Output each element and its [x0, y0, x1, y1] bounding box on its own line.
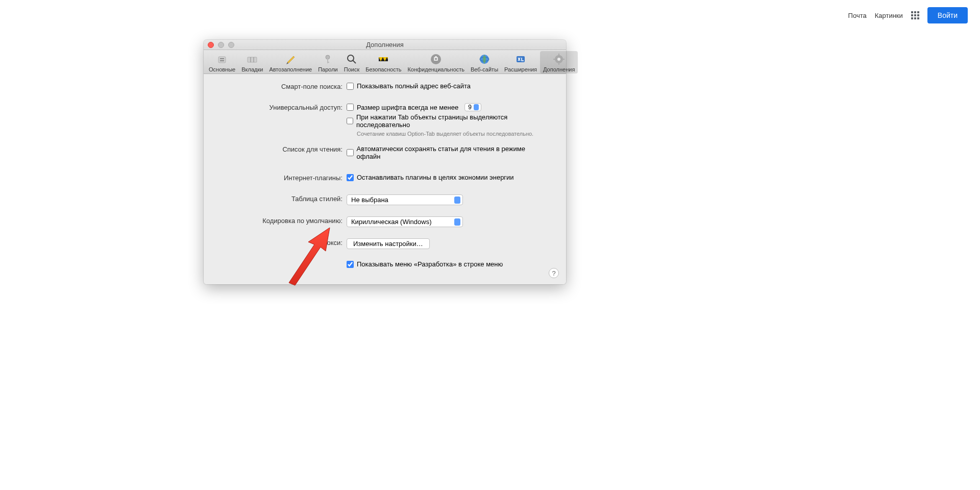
checkbox-reading-offline[interactable]	[347, 149, 354, 156]
content-pane: Смарт-поле поиска: Показывать полный адр…	[204, 74, 566, 284]
label-full-address: Показывать полный адрес веб-сайта	[357, 82, 471, 90]
pencil-icon	[284, 53, 297, 65]
svg-point-12	[431, 54, 441, 64]
readinglist-label: Список для чтения:	[224, 145, 347, 153]
tab-advanced[interactable]: Дополнения	[540, 51, 578, 74]
svg-point-6	[326, 55, 330, 59]
search-icon	[346, 53, 358, 65]
top-nav: Почта Картинки Войти	[836, 0, 980, 31]
checkbox-min-font[interactable]	[347, 104, 354, 111]
smartsearch-label: Смарт-поле поиска:	[224, 82, 347, 90]
tab-help-text: Сочетание клавиш Option-Tab выделяет объ…	[357, 131, 541, 137]
window-title: Дополнения	[366, 41, 404, 48]
preferences-window: Дополнения Основные Вкладки Автозаполнен…	[204, 40, 566, 284]
hazard-icon	[377, 53, 389, 65]
svg-point-17	[557, 58, 560, 61]
label-min-font: Размер шрифта всегда не менее	[357, 104, 458, 111]
proxies-label: Прокси:	[224, 238, 347, 247]
change-proxy-button[interactable]: Изменить настройки…	[347, 238, 430, 249]
minimize-icon[interactable]	[218, 42, 224, 48]
help-button[interactable]: ?	[549, 268, 559, 278]
tab-security[interactable]: Безопасность	[362, 51, 404, 74]
svg-rect-21	[562, 59, 565, 60]
tab-passwords[interactable]: Пароли	[315, 51, 341, 74]
checkbox-stop-plugins[interactable]	[347, 174, 354, 181]
tab-tabs[interactable]: Вкладки	[238, 51, 266, 74]
encoding-label: Кодировка по умолчанию:	[224, 216, 347, 225]
fontsize-select[interactable]: 9	[464, 103, 481, 111]
svg-line-10	[353, 60, 356, 63]
checkbox-develop-menu[interactable]	[347, 261, 354, 268]
signin-button[interactable]: Войти	[927, 7, 968, 23]
traffic-lights	[208, 42, 234, 48]
checkbox-full-address[interactable]	[347, 83, 354, 90]
apps-grid-icon[interactable]	[911, 11, 919, 19]
encoding-select[interactable]: Кириллическая (Windows)	[347, 216, 463, 227]
stylesheet-select[interactable]: Не выбрана	[347, 194, 463, 205]
svg-rect-20	[553, 59, 555, 60]
svg-rect-2	[220, 60, 224, 61]
svg-rect-15	[517, 56, 525, 62]
globe-icon	[478, 53, 491, 65]
zoom-icon[interactable]	[228, 42, 234, 48]
mail-link[interactable]: Почта	[848, 12, 867, 19]
checkbox-tab-highlight[interactable]	[347, 117, 353, 125]
svg-rect-19	[558, 63, 559, 65]
key-icon	[322, 53, 334, 65]
gear-icon	[553, 53, 565, 65]
tab-extensions[interactable]: Расширения	[501, 51, 540, 74]
tab-privacy[interactable]: Конфиденциальность	[404, 51, 468, 74]
tab-search[interactable]: Поиск	[341, 51, 362, 74]
tab-general[interactable]: Основные	[206, 51, 238, 74]
images-link[interactable]: Картинки	[875, 12, 903, 19]
label-tab-highlight: При нажатии Tab объекты страницы выделяю…	[356, 113, 546, 129]
tab-autofill[interactable]: Автозаполнение	[266, 51, 315, 74]
titlebar: Дополнения	[204, 40, 566, 50]
extensions-icon	[514, 53, 527, 65]
svg-rect-3	[248, 57, 257, 62]
tabs-icon	[246, 53, 258, 65]
stylesheet-label: Таблица стилей:	[224, 194, 347, 203]
svg-rect-18	[558, 54, 559, 56]
general-icon	[216, 53, 228, 65]
label-stop-plugins: Останавливать плагины в целях экономии э…	[357, 174, 514, 181]
tab-websites[interactable]: Веб-сайты	[468, 51, 501, 74]
hand-icon	[430, 53, 442, 65]
svg-rect-1	[220, 58, 224, 59]
close-icon[interactable]	[208, 42, 214, 48]
svg-rect-8	[327, 62, 329, 63]
accessibility-label: Универсальный доступ:	[224, 103, 347, 111]
preferences-toolbar: Основные Вкладки Автозаполнение Пароли П…	[204, 50, 566, 74]
svg-rect-0	[218, 57, 226, 63]
plugins-label: Интернет-плагины:	[224, 174, 347, 182]
label-develop-menu: Показывать меню «Разработка» в строке ме…	[357, 260, 503, 268]
label-reading-offline: Автоматически сохранять статьи для чтени…	[357, 145, 546, 160]
